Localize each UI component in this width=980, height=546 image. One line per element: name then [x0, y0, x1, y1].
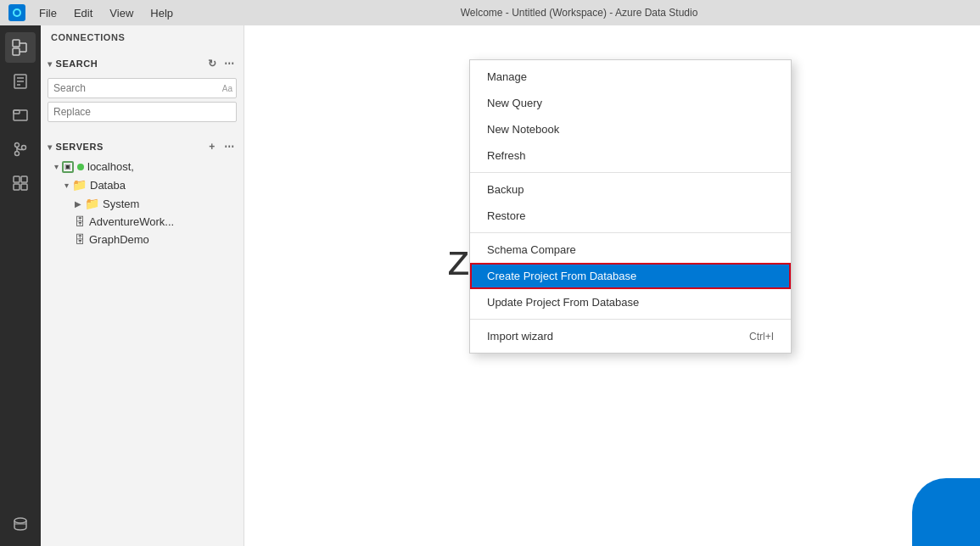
main-container: CONNECTIONS ▾ SEARCH ↻ ⋯ Aa [0, 25, 980, 546]
svg-rect-13 [14, 110, 20, 114]
menu-item-backup[interactable]: Backup [470, 176, 791, 203]
context-menu-overlay[interactable]: Manage New Query New Notebook Refresh Ba… [244, 25, 980, 546]
more-actions-button[interactable]: ⋯ [221, 56, 237, 71]
system-folder-icon: 📁 [85, 197, 99, 210]
servers-section-label: SERVERS [56, 142, 104, 152]
activity-bar [0, 25, 41, 546]
search-section-header: ▾ SEARCH ↻ ⋯ [41, 53, 244, 75]
menu-separator-3 [470, 319, 791, 320]
svg-point-15 [15, 152, 20, 156]
menu-item-refresh[interactable]: Refresh [470, 142, 791, 169]
menu-item-new-notebook-label: New Notebook [487, 123, 559, 136]
database-activity-icon[interactable] [5, 509, 36, 539]
adventureworks-label: AdventureWork... [89, 215, 174, 228]
graphdemo-db[interactable]: 🗄 GraphDemo [41, 231, 244, 248]
app-logo [8, 4, 25, 21]
menu-item-restore[interactable]: Restore [470, 203, 791, 229]
source-control-activity-icon[interactable] [5, 134, 36, 164]
menu-view[interactable]: View [103, 5, 140, 21]
notebooks-activity-icon[interactable] [5, 66, 36, 97]
sidebar-header: CONNECTIONS [41, 25, 244, 49]
svg-rect-4 [13, 48, 20, 55]
menu-item-new-notebook[interactable]: New Notebook [470, 116, 791, 142]
menu-item-backup-label: Backup [487, 183, 524, 196]
search-section-label: SEARCH [56, 58, 98, 69]
content-area: zure Data Studio New ▾ Open file... Open… [244, 25, 980, 546]
search-section: ▾ SEARCH ↻ ⋯ Aa [41, 49, 244, 129]
replace-input[interactable] [48, 103, 236, 121]
svg-rect-12 [14, 110, 27, 120]
extensions-activity-icon[interactable] [5, 168, 36, 198]
graphdemo-db-icon: 🗄 [75, 233, 86, 246]
svg-point-16 [22, 146, 26, 150]
menu-item-restore-label: Restore [487, 209, 526, 222]
menu-item-new-query-label: New Query [487, 97, 542, 109]
sidebar: CONNECTIONS ▾ SEARCH ↻ ⋯ Aa [41, 25, 244, 546]
menu-item-create-project-label: Create Project From Database [487, 270, 636, 282]
connections-activity-icon[interactable] [5, 32, 36, 63]
svg-rect-3 [13, 40, 20, 47]
search-case-label: Aa [222, 84, 236, 93]
svg-point-2 [14, 10, 20, 15]
server-chevron-icon: ▾ [54, 162, 59, 171]
servers-section: ▾ SERVERS + ⋯ ▾ ▣ localhost, ▾ 📁 Databa [41, 136, 244, 546]
folder-icon: 📁 [72, 178, 87, 192]
menu-edit[interactable]: Edit [67, 5, 99, 21]
menu-item-refresh-label: Refresh [487, 149, 526, 162]
search-area: Aa [41, 75, 244, 125]
connection-status-indicator [77, 164, 84, 170]
search-input-container: Aa [48, 78, 237, 98]
search-chevron-icon[interactable]: ▾ [48, 59, 53, 69]
databases-chevron-icon: ▾ [64, 181, 69, 190]
system-chevron-icon: ▶ [75, 199, 81, 209]
svg-point-14 [15, 143, 20, 148]
adventureworks-db[interactable]: 🗄 AdventureWork... [41, 213, 244, 231]
add-server-button[interactable]: + [204, 139, 220, 154]
menu-item-schema-compare-label: Schema Compare [487, 243, 576, 256]
graphdemo-label: GraphDemo [89, 233, 149, 246]
system-folder[interactable]: ▶ 📁 System [41, 194, 244, 213]
server-item[interactable]: ▾ ▣ localhost, [41, 158, 244, 176]
menu-item-new-query[interactable]: New Query [470, 90, 791, 116]
menu-item-schema-compare[interactable]: Schema Compare [470, 237, 791, 263]
more-servers-button[interactable]: ⋯ [221, 139, 237, 154]
servers-section-actions: + ⋯ [204, 139, 237, 154]
databases-folder[interactable]: ▾ 📁 Databa [41, 176, 244, 194]
svg-rect-18 [14, 176, 20, 182]
search-input[interactable] [48, 79, 222, 98]
menu-item-create-project[interactable]: Create Project From Database [470, 263, 791, 289]
menu-bar: File Edit View Help [32, 5, 180, 21]
server-icon: ▣ [62, 161, 74, 173]
menu-item-import-wizard-label: Import wizard [487, 330, 553, 343]
menu-separator-1 [470, 172, 791, 173]
adventureworks-db-icon: 🗄 [75, 215, 86, 228]
menu-item-update-project-label: Update Project From Database [487, 296, 639, 309]
svg-rect-20 [14, 184, 20, 190]
titlebar: File Edit View Help Welcome - Untitled (… [0, 0, 980, 25]
menu-item-manage[interactable]: Manage [470, 64, 791, 90]
menu-help[interactable]: Help [143, 5, 180, 21]
context-menu: Manage New Query New Notebook Refresh Ba… [469, 59, 792, 354]
menu-item-import-shortcut: Ctrl+I [749, 331, 774, 343]
menu-item-manage-label: Manage [487, 70, 527, 83]
menu-file[interactable]: File [32, 5, 64, 21]
svg-point-22 [14, 518, 26, 523]
servers-section-header: ▾ SERVERS + ⋯ [41, 136, 244, 158]
svg-rect-19 [21, 176, 27, 182]
refresh-search-button[interactable]: ↻ [204, 56, 220, 71]
search-section-actions: ↻ ⋯ [204, 56, 237, 71]
server-name: localhost, [87, 160, 134, 173]
menu-item-import-wizard[interactable]: Import wizard Ctrl+I [470, 323, 791, 349]
replace-input-container [48, 102, 237, 122]
databases-folder-label: Databa [90, 179, 126, 192]
system-folder-label: System [103, 198, 139, 210]
menu-separator-2 [470, 232, 791, 233]
menu-item-update-project[interactable]: Update Project From Database [470, 289, 791, 315]
svg-rect-21 [21, 184, 27, 190]
explorer-activity-icon[interactable] [5, 100, 36, 131]
servers-chevron-icon[interactable]: ▾ [48, 142, 53, 152]
window-title: Welcome - Untitled (Workspace) - Azure D… [187, 7, 972, 19]
